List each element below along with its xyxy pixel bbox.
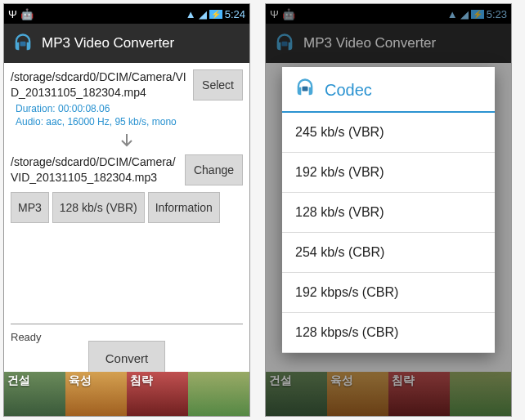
status-time: 5:24 — [225, 8, 245, 20]
signal-icon: ◢ — [199, 8, 207, 20]
battery-icon: ⚡ — [209, 10, 222, 19]
codec-dialog: Codec 245 kb/s (VBR) 192 kb/s (VBR) 128 … — [282, 67, 495, 353]
divider — [11, 324, 243, 324]
codec-list: 245 kb/s (VBR) 192 kb/s (VBR) 128 kb/s (… — [282, 113, 495, 353]
change-button[interactable]: Change — [185, 154, 243, 185]
codec-option[interactable]: 128 kb/s (VBR) — [282, 193, 495, 233]
android-icon: 🤖 — [20, 8, 34, 20]
meta-audio: Audio: aac, 16000 Hz, 95 kb/s, mono — [16, 116, 243, 129]
svg-rect-2 — [303, 87, 308, 92]
wifi-icon: ▲ — [186, 8, 196, 20]
status-bar: Ψ 🤖 ▲ ◢ ⚡ 5:24 — [4, 4, 249, 24]
codec-dialog-icon — [294, 77, 316, 103]
source-meta: Duration: 00:00:08.06 Audio: aac, 16000 … — [11, 101, 243, 131]
select-button[interactable]: Select — [193, 69, 243, 101]
action-bar: MP3 Video Converter — [4, 24, 249, 63]
codec-option[interactable]: 254 kb/s (CBR) — [282, 233, 495, 273]
ad-banner[interactable]: 건설 육성 침략 — [4, 372, 249, 416]
ad-tile[interactable] — [188, 372, 249, 416]
convert-button[interactable]: Convert — [88, 341, 166, 376]
usb-icon: Ψ — [8, 8, 17, 20]
ad-tile[interactable]: 건설 — [4, 372, 65, 416]
meta-duration: Duration: 00:00:08.06 — [16, 103, 243, 116]
phone-dialog: Ψ 🤖 ▲ ◢ ⚡ 5:23 MP3 Video Converter 건설 육성… — [265, 3, 512, 417]
svg-rect-0 — [20, 42, 26, 47]
app-icon — [11, 31, 35, 56]
dialog-title: Codec — [325, 81, 372, 100]
ad-tile[interactable]: 침략 — [127, 372, 188, 416]
information-button[interactable]: Information — [148, 192, 220, 223]
phone-main: Ψ 🤖 ▲ ◢ ⚡ 5:24 MP3 Video Converter /stor… — [3, 3, 250, 417]
codec-option[interactable]: 192 kb/s (VBR) — [282, 153, 495, 193]
format-button[interactable]: MP3 — [11, 192, 49, 223]
dest-path: /storage/sdcard0/DCIM/Camera/VID_2013110… — [11, 154, 180, 185]
modal-overlay[interactable]: Codec 245 kb/s (VBR) 192 kb/s (VBR) 128 … — [266, 4, 511, 416]
codec-option[interactable]: 245 kb/s (VBR) — [282, 113, 495, 153]
ad-tile[interactable]: 육성 — [65, 372, 127, 416]
source-path: /storage/sdcard0/DCIM/Camera/VID_2013110… — [11, 69, 188, 101]
arrow-down-icon — [11, 131, 243, 154]
codec-option[interactable]: 128 kbps/s (CBR) — [282, 313, 495, 353]
main-content: /storage/sdcard0/DCIM/Camera/VID_2013110… — [4, 63, 249, 372]
codec-option[interactable]: 192 kbps/s (CBR) — [282, 273, 495, 313]
bitrate-button[interactable]: 128 kb/s (VBR) — [52, 192, 145, 223]
app-title: MP3 Video Converter — [42, 35, 174, 51]
